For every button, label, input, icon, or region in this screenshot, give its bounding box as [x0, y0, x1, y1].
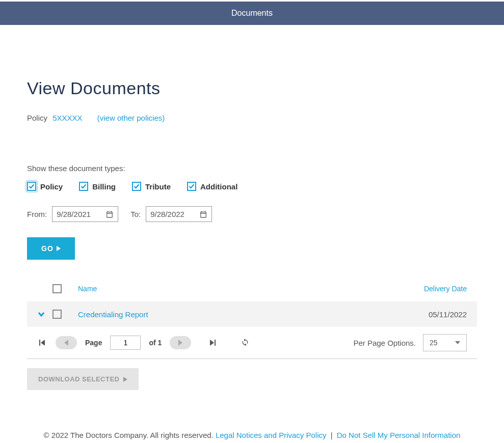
page-of-label: of 1: [149, 339, 162, 347]
check-icon: [134, 183, 140, 189]
checkbox-billing-label: Billing: [92, 182, 116, 191]
row-delivery-date: 05/11/2022: [401, 310, 477, 319]
go-button-label: GO: [41, 244, 54, 253]
refresh-icon: [241, 338, 249, 346]
per-page-label: Per Page Options.: [353, 339, 416, 347]
row-checkbox[interactable]: [52, 310, 62, 319]
svg-marker-4: [178, 340, 182, 346]
play-icon: [57, 246, 61, 251]
last-page-button[interactable]: [207, 338, 218, 348]
from-date-input[interactable]: 9/28/2021: [52, 206, 118, 222]
download-selected-label: DOWNLOAD SELECTED: [38, 375, 119, 383]
page-number-input[interactable]: [110, 336, 141, 350]
svg-rect-1: [39, 340, 40, 346]
first-page-button[interactable]: [37, 338, 47, 348]
table-row: Credentialing Report 05/11/2022: [27, 301, 477, 327]
page-header: Documents: [0, 2, 504, 25]
table-header-row: Name Delivery Date: [27, 276, 477, 301]
checkbox-billing[interactable]: [79, 182, 88, 191]
to-label: To:: [130, 210, 141, 218]
go-button[interactable]: GO: [27, 237, 75, 260]
checkbox-policy[interactable]: [27, 182, 36, 191]
svg-marker-5: [210, 340, 214, 346]
page-footer: © 2022 The Doctors Company. All rights r…: [27, 431, 477, 443]
svg-marker-0: [57, 246, 61, 251]
doc-types-label: Show these document types:: [27, 164, 477, 173]
svg-marker-7: [455, 341, 460, 344]
documents-table: Name Delivery Date Credentialing Report …: [27, 276, 477, 359]
footer-separator: |: [331, 431, 333, 439]
policy-number-link[interactable]: 5XXXXX: [52, 114, 82, 122]
check-icon: [29, 183, 35, 189]
download-selected-button[interactable]: DOWNLOAD SELECTED: [27, 368, 139, 390]
checkbox-tribute[interactable]: [132, 182, 141, 191]
header-title: Documents: [231, 9, 273, 17]
check-icon: [189, 183, 195, 189]
from-date-value: 9/28/2021: [57, 210, 91, 218]
chevron-down-icon: [37, 310, 45, 318]
svg-marker-3: [64, 340, 68, 346]
policy-row: Policy 5XXXXX (view other policies): [27, 114, 477, 122]
checkbox-tribute-label: Tribute: [145, 182, 171, 191]
per-page-select[interactable]: 25: [423, 334, 467, 351]
checkbox-additional[interactable]: [187, 182, 196, 191]
column-delivery-date[interactable]: Delivery Date: [401, 285, 477, 293]
page-label: Page: [85, 339, 102, 347]
policy-label: Policy: [27, 114, 47, 122]
per-page-value: 25: [430, 339, 438, 347]
last-page-icon: [209, 339, 216, 346]
svg-marker-8: [123, 377, 127, 382]
play-icon: [123, 377, 127, 382]
date-range-row: From: 9/28/2021 To: 9/28/2022: [27, 206, 477, 222]
checkbox-additional-label: Additional: [200, 182, 237, 191]
to-date-value: 9/28/2022: [150, 210, 184, 218]
to-date-input[interactable]: 9/28/2022: [146, 206, 212, 222]
checkbox-policy-label: Policy: [40, 182, 63, 191]
footer-copyright: © 2022 The Doctors Company. All rights r…: [44, 431, 214, 439]
calendar-icon: [199, 210, 207, 218]
refresh-button[interactable]: [241, 338, 249, 348]
pagination-bar: Page of 1 Per Page Options. 25: [27, 327, 477, 359]
select-all-checkbox[interactable]: [52, 284, 62, 293]
prev-page-button[interactable]: [56, 336, 77, 349]
row-name-link[interactable]: Credentialing Report: [78, 310, 401, 319]
view-other-policies-link[interactable]: (view other policies): [97, 114, 165, 122]
chevron-left-icon: [64, 340, 69, 346]
svg-marker-2: [41, 340, 45, 346]
expand-row-button[interactable]: [37, 310, 45, 318]
footer-do-not-sell-link[interactable]: Do Not Sell My Personal Information: [337, 431, 461, 439]
chevron-right-icon: [178, 340, 183, 346]
calendar-icon: [105, 210, 114, 218]
page-title: View Documents: [27, 78, 477, 98]
first-page-icon: [39, 339, 46, 346]
from-label: From:: [27, 210, 47, 218]
check-icon: [81, 183, 87, 189]
doc-type-checkboxes: Policy Billing Tribute Additional: [27, 182, 477, 191]
caret-down-icon: [455, 341, 460, 344]
next-page-button[interactable]: [170, 336, 191, 349]
svg-rect-6: [215, 340, 216, 346]
footer-legal-link[interactable]: Legal Notices and Privacy Policy: [216, 431, 327, 439]
column-name[interactable]: Name: [78, 285, 401, 293]
